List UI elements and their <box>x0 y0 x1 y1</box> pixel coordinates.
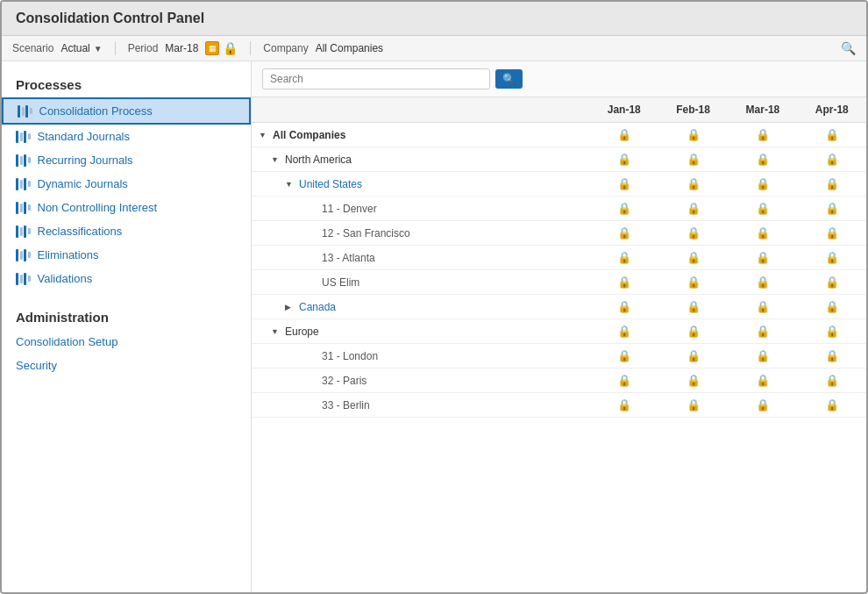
lock-cell[interactable]: 🔒 <box>590 393 658 418</box>
lock-cell[interactable]: 🔒 <box>658 221 728 246</box>
lock-cell[interactable]: 🔒 <box>658 369 728 393</box>
lock-cell[interactable]: 🔒 <box>658 172 728 197</box>
table-row[interactable]: 32 - Paris🔒🔒🔒🔒 <box>252 369 866 393</box>
lock-cell[interactable]: 🔒 <box>590 123 658 147</box>
lock-icon: 🔒 <box>756 398 770 412</box>
table-row[interactable]: 31 - London🔒🔒🔒🔒 <box>252 344 866 369</box>
toolbar-search-icon[interactable]: 🔍 <box>841 41 856 55</box>
sidebar-item-reclassifications[interactable]: Reclassifications <box>2 219 251 243</box>
lock-cell[interactable]: 🔒 <box>590 344 658 369</box>
lock-cell[interactable]: 🔒 <box>728 221 797 246</box>
period-label: Period <box>128 42 159 54</box>
lock-cell[interactable]: 🔒 <box>590 246 658 270</box>
lock-cell[interactable]: 🔒 <box>798 319 866 344</box>
lock-icon: 🔒 <box>825 300 839 313</box>
lock-cell[interactable]: 🔒 <box>798 197 866 221</box>
row-label: 12 - San Francisco <box>322 227 410 240</box>
period-icons: ▦ 🔒 <box>205 41 238 55</box>
lock-cell[interactable]: 🔒 <box>590 221 658 246</box>
lock-cell[interactable]: 🔒 <box>728 123 797 147</box>
lock-cell[interactable]: 🔒 <box>728 344 797 369</box>
sidebar-item-standard-journals[interactable]: Standard Journals <box>2 125 251 148</box>
lock-cell[interactable]: 🔒 <box>728 147 797 172</box>
lock-cell[interactable]: 🔒 <box>798 270 866 295</box>
sidebar-item-dynamic-journals[interactable]: Dynamic Journals <box>2 172 251 196</box>
lock-cell[interactable]: 🔒 <box>798 147 866 172</box>
lock-cell[interactable]: 🔒 <box>798 123 866 147</box>
lock-cell[interactable]: 🔒 <box>798 369 866 393</box>
lock-cell[interactable]: 🔒 <box>658 319 728 344</box>
toolbar: Scenario Actual ▼ Period Mar-18 ▦ 🔒 Comp… <box>2 36 866 61</box>
lock-icon: 🔒 <box>756 300 770 313</box>
lock-cell[interactable]: 🔒 <box>728 369 797 393</box>
expand-icon[interactable]: ▼ <box>271 155 281 164</box>
table-row[interactable]: ▼North America🔒🔒🔒🔒 <box>252 147 866 172</box>
sidebar-item-security[interactable]: Security <box>2 354 251 377</box>
expand-icon[interactable]: ▼ <box>271 327 281 336</box>
table-row[interactable]: ▼United States🔒🔒🔒🔒 <box>252 172 866 197</box>
lock-icon: 🔒 <box>825 226 839 240</box>
lock-cell[interactable]: 🔒 <box>658 295 728 319</box>
lock-cell[interactable]: 🔒 <box>728 393 797 418</box>
lock-cell[interactable]: 🔒 <box>798 295 866 319</box>
lock-icon: 🔒 <box>687 128 701 141</box>
lock-cell[interactable]: 🔒 <box>798 344 866 369</box>
lock-cell[interactable]: 🔒 <box>798 393 866 418</box>
sidebar-item-recurring-journals[interactable]: Recurring Journals <box>2 148 251 172</box>
lock-cell[interactable]: 🔒 <box>798 246 866 270</box>
lock-cell[interactable]: 🔒 <box>728 295 797 319</box>
lock-cell[interactable]: 🔒 <box>728 197 797 221</box>
scenario-dropdown[interactable]: Actual ▼ <box>60 42 102 54</box>
scenario-dropdown-arrow: ▼ <box>94 44 103 54</box>
expand-icon[interactable]: ▼ <box>285 180 295 189</box>
table-row[interactable]: ▼All Companies🔒🔒🔒🔒 <box>252 123 866 147</box>
expand-icon[interactable]: ▶ <box>285 303 295 311</box>
search-button[interactable]: 🔍 <box>495 69 523 89</box>
lock-cell[interactable]: 🔒 <box>728 270 797 295</box>
lock-cell[interactable]: 🔒 <box>658 393 728 418</box>
sidebar-item-eliminations[interactable]: Eliminations <box>2 243 251 267</box>
lock-cell[interactable]: 🔒 <box>728 246 797 270</box>
sidebar-item-consolidation-setup[interactable]: Consolidation Setup <box>2 330 251 354</box>
lock-cell[interactable]: 🔒 <box>590 295 658 319</box>
expand-icon[interactable]: ▼ <box>259 131 269 140</box>
lock-cell[interactable]: 🔒 <box>728 319 797 344</box>
table-row[interactable]: 33 - Berlin🔒🔒🔒🔒 <box>252 393 866 418</box>
lock-cell[interactable]: 🔒 <box>590 319 658 344</box>
sidebar-item-label: Security <box>16 359 57 372</box>
lock-icon: 🔒 <box>687 226 701 240</box>
lock-icon: 🔒 <box>825 153 839 166</box>
lock-cell[interactable]: 🔒 <box>658 197 728 221</box>
lock-cell[interactable]: 🔒 <box>658 270 728 295</box>
col-header-jan18: Jan-18 <box>590 97 658 123</box>
lock-cell[interactable]: 🔒 <box>658 147 728 172</box>
table-row[interactable]: ▶Canada🔒🔒🔒🔒 <box>252 295 866 319</box>
table-row[interactable]: 11 - Denver🔒🔒🔒🔒 <box>252 197 866 221</box>
table-row[interactable]: US Elim🔒🔒🔒🔒 <box>252 270 866 295</box>
lock-cell[interactable]: 🔒 <box>590 270 658 295</box>
lock-cell[interactable]: 🔒 <box>658 123 728 147</box>
lock-cell[interactable]: 🔒 <box>658 246 728 270</box>
lock-cell[interactable]: 🔒 <box>590 147 658 172</box>
lock-icon: 🔒 <box>617 398 631 412</box>
lock-cell[interactable]: 🔒 <box>590 369 658 393</box>
lock-cell[interactable]: 🔒 <box>590 172 658 197</box>
lock-cell[interactable]: 🔒 <box>798 172 866 197</box>
lock-icon: 🔒 <box>687 251 701 264</box>
sidebar-item-non-controlling-interest[interactable]: Non Controlling Interest <box>2 196 251 219</box>
sidebar-item-validations[interactable]: Validations <box>2 267 251 290</box>
table-row[interactable]: 13 - Atlanta🔒🔒🔒🔒 <box>252 246 866 270</box>
lock-icon: 🔒 <box>687 398 701 412</box>
calendar-icon[interactable]: ▦ <box>205 41 219 55</box>
row-label-cell: 32 - Paris <box>252 369 590 393</box>
lock-icon: 🔒 <box>756 374 770 387</box>
table-row[interactable]: ▼Europe🔒🔒🔒🔒 <box>252 319 866 344</box>
sidebar-item-consolidation-process[interactable]: Consolidation Process <box>2 97 251 125</box>
lock-cell[interactable]: 🔒 <box>728 172 797 197</box>
lock-cell[interactable]: 🔒 <box>590 197 658 221</box>
search-input[interactable] <box>262 68 490 89</box>
lock-icon: 🔒 <box>687 202 701 215</box>
table-row[interactable]: 12 - San Francisco🔒🔒🔒🔒 <box>252 221 866 246</box>
lock-cell[interactable]: 🔒 <box>658 344 728 369</box>
lock-cell[interactable]: 🔒 <box>798 221 866 246</box>
